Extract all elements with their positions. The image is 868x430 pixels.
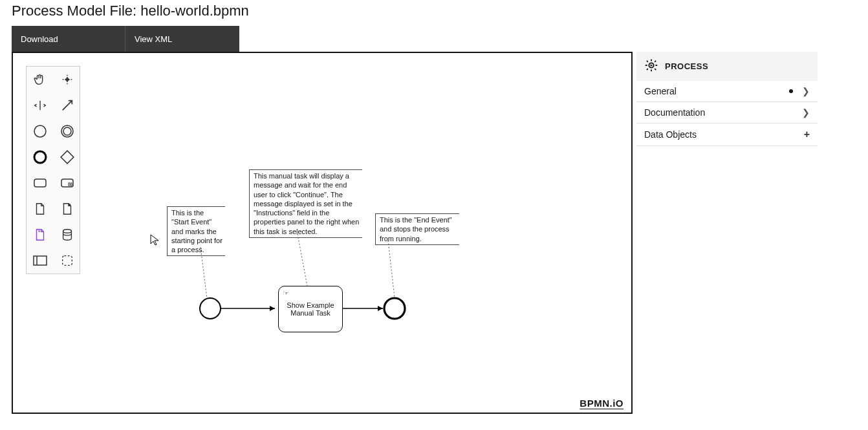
svg-line-18 [298, 234, 307, 286]
annotation-start[interactable]: This is the "Start Event" and marks the … [167, 206, 225, 256]
svg-line-19 [388, 241, 395, 297]
cursor-pointer-icon [150, 234, 160, 248]
manual-task-icon: ☞ [283, 289, 289, 297]
task-show-example-manual-task[interactable]: ☞ Show Example Manual Task [278, 286, 343, 332]
plus-icon[interactable]: + [804, 129, 810, 140]
panel-item-label: General [644, 86, 677, 96]
properties-panel: PROCESS General ❯ Documentation ❯ Data O… [636, 52, 818, 414]
gear-play-icon [644, 58, 658, 74]
dirty-dot-icon [789, 89, 793, 93]
panel-header: PROCESS [636, 52, 818, 81]
task-label: Show Example Manual Task [281, 301, 340, 317]
bpmn-io-logo[interactable]: BPMN.iO [580, 398, 624, 409]
svg-marker-14 [270, 306, 275, 311]
annotation-task[interactable]: This manual task will display a message … [249, 169, 362, 238]
annotation-end[interactable]: This is the "End Event" and stops the pr… [375, 213, 459, 245]
page-title: Process Model File: hello-world.bpmn [0, 0, 868, 26]
tab-bar: Download View XML [12, 26, 868, 52]
panel-item-label: Documentation [644, 107, 705, 118]
chevron-right-icon: ❯ [802, 86, 810, 96]
chevron-right-icon: ❯ [802, 107, 810, 118]
svg-marker-16 [378, 306, 383, 311]
panel-item-general[interactable]: General ❯ [636, 81, 818, 102]
diagram-canvas[interactable]: ☞ Show Example Manual Task This is the "… [12, 52, 633, 414]
panel-header-label: PROCESS [665, 61, 708, 71]
panel-item-label: Data Objects [644, 129, 697, 140]
tab-download[interactable]: Download [12, 26, 125, 52]
panel-item-data-objects[interactable]: Data Objects + [636, 124, 818, 146]
start-event[interactable] [200, 298, 221, 319]
end-event[interactable] [384, 298, 405, 319]
tab-view-xml[interactable]: View XML [125, 26, 239, 52]
panel-item-documentation[interactable]: Documentation ❯ [636, 102, 818, 124]
